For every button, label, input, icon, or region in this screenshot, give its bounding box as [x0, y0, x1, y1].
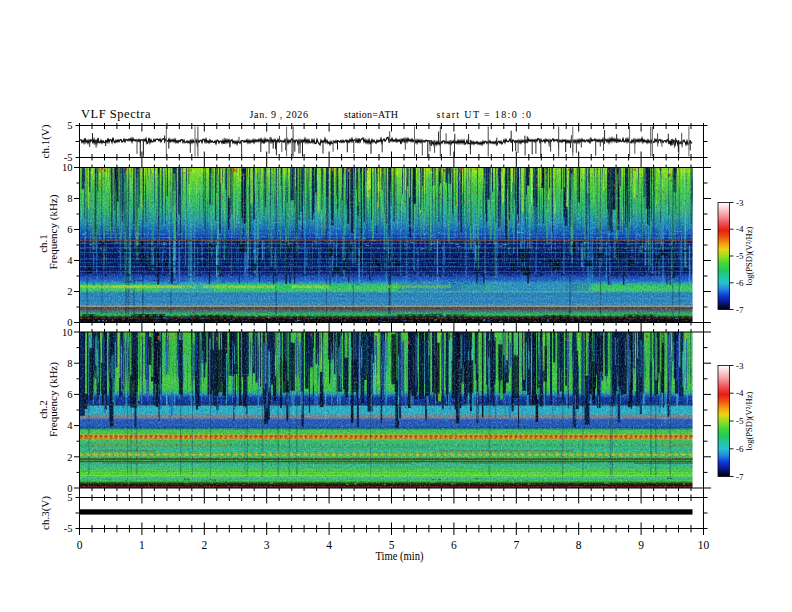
svg-text:4: 4 — [326, 539, 332, 551]
svg-text:log(PSD)(V²/Hz): log(PSD)(V²/Hz) — [744, 391, 754, 450]
svg-text:ch.1(V): ch.1(V) — [39, 124, 52, 158]
svg-text:8: 8 — [576, 539, 582, 551]
svg-text:1: 1 — [139, 539, 145, 551]
svg-text:Frequency (kHz): Frequency (kHz) — [47, 362, 60, 437]
svg-text:3: 3 — [264, 539, 270, 551]
svg-text:-6: -6 — [736, 278, 744, 288]
svg-text:-3: -3 — [736, 198, 744, 208]
svg-text:6: 6 — [67, 224, 72, 235]
svg-text:2: 2 — [67, 452, 72, 463]
svg-text:10: 10 — [62, 162, 73, 173]
svg-text:log(PSD)(V²/Hz): log(PSD)(V²/Hz) — [744, 226, 754, 285]
svg-text:7: 7 — [513, 539, 519, 551]
svg-text:VLF Spectra: VLF Spectra — [81, 107, 151, 121]
svg-text:-4: -4 — [736, 224, 744, 234]
svg-text:-4: -4 — [736, 388, 744, 398]
svg-text:-6: -6 — [736, 444, 744, 454]
svg-text:9: 9 — [638, 539, 644, 551]
svg-text:-7: -7 — [736, 472, 744, 482]
svg-text:-5: -5 — [64, 523, 73, 534]
svg-text:4: 4 — [67, 420, 73, 431]
svg-text:10: 10 — [62, 327, 73, 338]
svg-text:5: 5 — [67, 492, 72, 503]
svg-text:-5: -5 — [736, 416, 744, 426]
svg-text:-5: -5 — [736, 251, 744, 261]
svg-text:5: 5 — [67, 120, 72, 131]
svg-text:6: 6 — [67, 389, 72, 400]
svg-text:0: 0 — [77, 539, 83, 551]
svg-text:5: 5 — [389, 539, 395, 551]
svg-text:8: 8 — [67, 193, 72, 204]
svg-text:2: 2 — [67, 286, 72, 297]
svg-text:-3: -3 — [736, 361, 744, 371]
svg-text:station=ATH: station=ATH — [344, 109, 398, 120]
svg-text:2: 2 — [201, 539, 207, 551]
svg-text:ch.3(V): ch.3(V) — [39, 496, 52, 530]
svg-text:Jan. 9 , 2026: Jan. 9 , 2026 — [250, 109, 309, 120]
svg-text:6: 6 — [451, 539, 457, 551]
svg-text:4: 4 — [67, 255, 73, 266]
svg-text:8: 8 — [67, 358, 72, 369]
svg-text:0: 0 — [67, 317, 72, 328]
svg-text:10: 10 — [698, 539, 710, 551]
svg-text:-7: -7 — [736, 305, 744, 315]
svg-text:Frequency (kHz): Frequency (kHz) — [47, 194, 60, 269]
svg-text:Time (min): Time (min) — [376, 550, 424, 563]
